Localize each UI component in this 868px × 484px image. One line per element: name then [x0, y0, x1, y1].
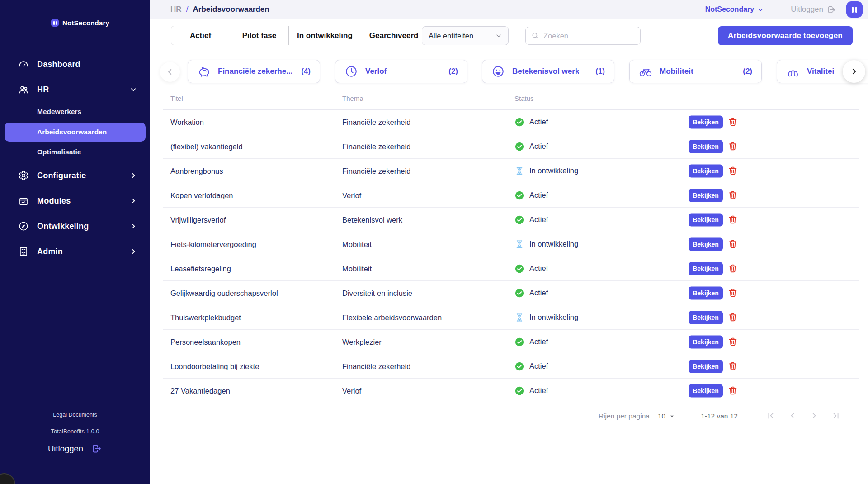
trash-icon[interactable]: [727, 287, 738, 299]
pause-button[interactable]: [846, 1, 863, 18]
row-status: Actief: [514, 117, 548, 127]
view-button[interactable]: Bekijken: [689, 335, 723, 348]
view-button[interactable]: Bekijken: [689, 384, 723, 397]
tab-pilot-fase[interactable]: Pilot fase: [230, 26, 289, 45]
caret-down-icon: [670, 414, 675, 419]
trash-icon[interactable]: [727, 361, 738, 372]
view-button[interactable]: Bekijken: [689, 311, 723, 324]
row-status: Actief: [514, 386, 548, 396]
sidebar-item-hr[interactable]: HR: [0, 80, 150, 100]
breadcrumb-section[interactable]: HR: [170, 5, 182, 14]
last-page-icon: [831, 411, 840, 420]
trash-icon[interactable]: [727, 263, 738, 275]
topbar-logout-button[interactable]: Uitloggen: [791, 5, 836, 14]
sidebar-item-arbeidsvoorwaarden[interactable]: Arbeidsvoorwaarden: [5, 123, 146, 142]
chevron-right-icon: [130, 248, 137, 255]
view-button[interactable]: Bekijken: [689, 237, 723, 251]
status-label: In ontwikkeling: [529, 166, 578, 175]
check-circle-icon: [514, 117, 524, 127]
table-row: Gelijkwaardig ouderschapsverlof Diversit…: [163, 281, 859, 305]
category-label: Mobiliteit: [660, 67, 693, 76]
trash-icon[interactable]: [727, 190, 738, 201]
view-button[interactable]: Bekijken: [689, 115, 723, 128]
org-switcher-menu[interactable]: NotSecondary: [705, 5, 764, 14]
view-button[interactable]: Bekijken: [689, 360, 723, 373]
trash-icon[interactable]: [727, 116, 738, 128]
view-button[interactable]: Bekijken: [689, 164, 723, 177]
row-titel: Leasefietsregeling: [170, 264, 231, 273]
check-circle-icon: [514, 386, 524, 396]
scroll-right-button[interactable]: [843, 60, 865, 83]
view-button[interactable]: Bekijken: [689, 189, 723, 202]
check-circle-icon: [514, 142, 524, 152]
sidebar-item-ontwikkeling[interactable]: Ontwikkeling: [0, 216, 150, 236]
row-status: Actief: [514, 361, 548, 371]
legal-documents-link[interactable]: Legal Documents: [0, 412, 150, 418]
row-titel: Gelijkwaardig ouderschapsverlof: [170, 289, 278, 297]
view-button[interactable]: Bekijken: [689, 286, 723, 299]
table-row: Workation Financiële zekerheid Actief Be…: [163, 110, 859, 134]
sidebar-item-optimalisatie[interactable]: Optimalisatie: [0, 143, 150, 161]
sidebar-logout-button[interactable]: Uitloggen: [0, 443, 150, 454]
clock-icon: [344, 65, 358, 78]
trash-icon[interactable]: [727, 312, 738, 323]
category-card-financiele-zekerheid[interactable]: Financiële zekerhe... (4): [188, 60, 320, 83]
view-button[interactable]: Bekijken: [689, 213, 723, 226]
row-status: Actief: [514, 288, 548, 298]
row-thema: Flexibele arbeidsvoorwaarden: [342, 313, 442, 322]
status-label: Actief: [529, 118, 548, 126]
sidebar-item-configuratie[interactable]: Configuratie: [0, 166, 150, 185]
row-thema: Mobiliteit: [342, 240, 372, 248]
tab-gearchiveerd[interactable]: Gearchiveerd: [361, 26, 427, 45]
rows-per-page-select[interactable]: 10: [658, 412, 675, 420]
sidebar-item-admin[interactable]: Admin: [0, 242, 150, 261]
chevron-right-icon: [130, 198, 137, 204]
pagination-range: 1-12 van 12: [701, 412, 738, 420]
sidebar-item-medewerkers[interactable]: Medewerkers: [0, 103, 150, 120]
hourglass-icon: [514, 239, 524, 249]
sidebar-item-modules[interactable]: Modules: [0, 191, 150, 211]
sidebar-item-dashboard[interactable]: Dashboard: [0, 54, 150, 74]
view-button[interactable]: Bekijken: [689, 140, 723, 153]
trash-icon[interactable]: [727, 141, 738, 152]
check-circle-icon: [514, 361, 524, 371]
search-input[interactable]: [543, 32, 635, 40]
row-thema: Diversiteit en inclusie: [342, 289, 412, 297]
tab-in-ontwikkeling[interactable]: In ontwikkeling: [289, 26, 361, 45]
tab-actief[interactable]: Actief: [171, 26, 230, 45]
table-row: Kopen verlofdagen Verlof Actief Bekijken: [163, 183, 859, 208]
category-label: Financiële zekerhe...: [218, 67, 292, 76]
trash-icon[interactable]: [727, 385, 738, 397]
add-arbeidsvoorwaarde-button[interactable]: Arbeidsvoorwaarde toevoegen: [718, 26, 853, 45]
check-circle-icon: [514, 337, 524, 347]
check-circle-icon: [514, 288, 524, 298]
chat-widget-bubble[interactable]: [0, 473, 15, 484]
category-card-verlof[interactable]: Verlof (2): [335, 60, 467, 83]
trash-icon[interactable]: [727, 336, 738, 348]
sidebar-item-label: HR: [37, 85, 49, 95]
last-page-button[interactable]: [831, 411, 841, 421]
table-row: Personeelsaankopen Werkplezier Actief Be…: [163, 330, 859, 354]
row-thema: Financiële zekerheid: [342, 362, 410, 370]
bicycle-icon: [639, 65, 652, 78]
previous-page-button[interactable]: [788, 411, 797, 421]
search-box: [525, 27, 641, 45]
first-page-button[interactable]: [766, 411, 776, 421]
trash-icon[interactable]: [727, 165, 738, 177]
next-page-button[interactable]: [809, 411, 819, 421]
people-icon: [18, 84, 29, 95]
category-card-betekenisvol-werk[interactable]: Betekenisvol werk (1): [482, 60, 614, 83]
column-header-thema: Thema: [342, 95, 363, 102]
app-logo-text: NotSecondary: [62, 19, 109, 27]
table-row: (flexibel) vakantiegeld Financiële zeker…: [163, 134, 859, 159]
chevron-down-icon: [130, 86, 137, 93]
category-card-mobiliteit[interactable]: Mobiliteit (2): [629, 60, 762, 83]
app-logo: NotSecondary: [51, 19, 109, 27]
trash-icon[interactable]: [727, 214, 738, 226]
scroll-left-button[interactable]: [160, 62, 180, 82]
table-row: Vrijwilligersverlof Betekenisvol werk Ac…: [163, 208, 859, 232]
entity-filter-select[interactable]: Alle entiteiten: [422, 26, 509, 45]
view-button[interactable]: Bekijken: [689, 262, 723, 275]
trash-icon[interactable]: [727, 238, 738, 250]
row-thema: Financiële zekerheid: [342, 118, 410, 126]
